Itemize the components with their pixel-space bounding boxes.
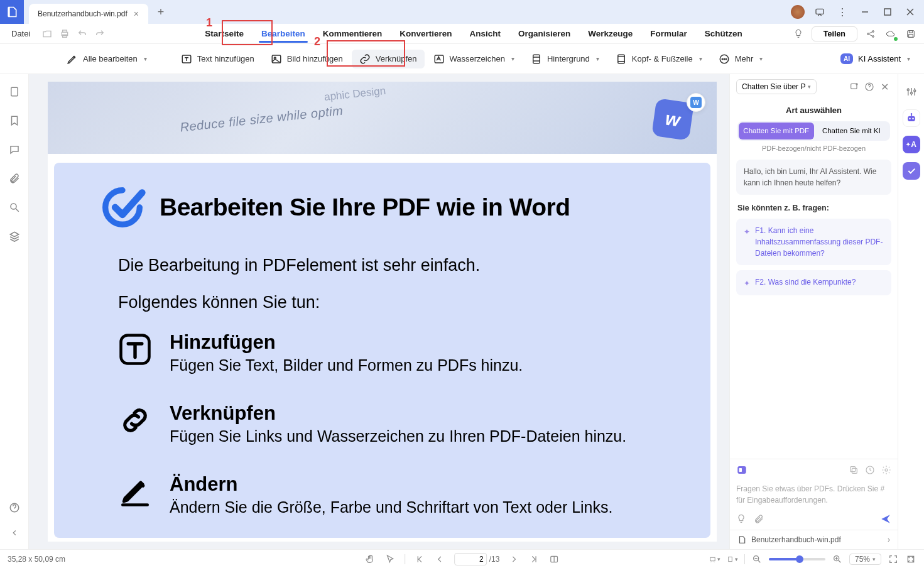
tab-werkzeuge[interactable]: Werkzeuge [579, 25, 641, 42]
proofread-icon[interactable] [903, 162, 920, 180]
zoom-slider[interactable] [769, 558, 825, 560]
background-button[interactable]: Hintergrund ▾ [523, 50, 607, 68]
more-icon [719, 53, 730, 65]
last-page-icon[interactable] [528, 554, 540, 565]
word-convert-badge[interactable]: W [687, 93, 705, 112]
send-icon[interactable] [880, 513, 891, 525]
tab-konvertieren[interactable]: Konvertieren [391, 25, 460, 42]
ai-subtitle: Art auswählen [730, 99, 898, 121]
svg-rect-1 [816, 9, 823, 14]
tool-label: Wasserzeichen [450, 54, 505, 63]
zoom-out-icon[interactable] [751, 554, 763, 565]
file-menu[interactable]: Datei [6, 29, 35, 38]
share-button[interactable]: Teilen [812, 26, 857, 41]
attach-icon[interactable] [754, 514, 764, 524]
add-text-button[interactable]: Text hinzufügen [173, 50, 262, 68]
properties-icon[interactable] [903, 83, 920, 101]
chevron-down-icon: ▾ [144, 55, 147, 62]
maximize-button[interactable] [878, 3, 898, 21]
menu-dots-icon[interactable]: ⋮ [832, 3, 852, 21]
reading-mode-icon[interactable] [548, 554, 560, 565]
tab-startseite[interactable]: Startseite [196, 25, 253, 42]
tab-organisieren[interactable]: Organisieren [509, 25, 579, 42]
svg-rect-16 [909, 34, 913, 37]
document-tab[interactable]: Benutzerhandbuch-win.pdf × [29, 4, 148, 24]
hand-tool-icon[interactable] [364, 554, 376, 565]
gear-icon[interactable] [881, 465, 891, 475]
edit-feature-icon [118, 473, 152, 510]
close-button[interactable] [900, 3, 920, 21]
header-footer-button[interactable]: Kopf- & Fußzeile ▾ [608, 50, 710, 68]
document-viewport[interactable]: Reduce file size while optim aphic Desig… [29, 74, 729, 549]
chevron-down-icon: ▾ [808, 84, 811, 90]
select-tool-icon[interactable] [384, 554, 396, 565]
ai-chat-selector[interactable]: Chatten Sie über P ▾ [736, 79, 817, 94]
thumbnails-icon[interactable] [7, 84, 22, 99]
history-icon[interactable] [865, 465, 875, 475]
add-tab-button[interactable]: + [152, 3, 170, 21]
toggle-chat-pdf[interactable]: Chatten Sie mit PDF [739, 123, 814, 139]
tab-bearbeiten[interactable]: Bearbeiten [253, 25, 314, 42]
prev-page-icon[interactable] [434, 554, 445, 565]
collapse-icon[interactable] [7, 525, 22, 540]
page-layout-icon[interactable]: ▾ [727, 554, 738, 565]
zoom-dropdown[interactable]: 75%▾ [849, 554, 881, 565]
svg-line-12 [869, 31, 872, 33]
fit-width-icon[interactable]: ▾ [709, 554, 720, 565]
next-page-icon[interactable] [508, 554, 519, 565]
tab-schuetzen[interactable]: Schützen [696, 25, 751, 42]
link-button[interactable]: Verknüpfen [352, 50, 425, 68]
fit-page-icon[interactable] [905, 554, 916, 565]
save-icon[interactable] [904, 27, 918, 41]
ai-footer[interactable]: Benutzerhandbuch-win.pdf › [730, 530, 898, 549]
edit-all-button[interactable]: Alle bearbeiten ▾ [59, 50, 155, 68]
comments-icon[interactable] [7, 142, 22, 157]
ai-robot-icon[interactable] [903, 109, 920, 127]
sparkle-icon: ✦ [744, 226, 750, 259]
svg-rect-57 [729, 557, 732, 561]
attachments-icon[interactable] [7, 171, 22, 186]
close-tab-icon[interactable]: × [134, 9, 139, 19]
ai-input[interactable]: Fragen Sie etwas über PDFs. Drücken Sie … [736, 479, 891, 513]
more-button[interactable]: Mehr ▾ [711, 50, 771, 68]
panel-help-icon[interactable] [862, 80, 876, 94]
tool-label: Bild hinzufügen [287, 54, 343, 63]
tab-ansicht[interactable]: Ansicht [460, 25, 509, 42]
hint-icon[interactable] [736, 514, 746, 524]
minimize-button[interactable] [855, 3, 875, 21]
user-avatar[interactable] [791, 5, 805, 19]
suggestion-1[interactable]: ✦ F1. Kann ich eine Inhaltszusammenfassu… [736, 219, 891, 265]
open-icon[interactable] [40, 27, 54, 41]
page-number-input[interactable] [454, 553, 487, 565]
pdf-pill-icon[interactable] [736, 464, 747, 476]
bookmarks-icon[interactable] [7, 113, 22, 128]
tab-formular[interactable]: Formular [641, 25, 696, 42]
print-icon[interactable] [58, 27, 72, 41]
first-page-icon[interactable] [414, 554, 425, 565]
cloud-sync-icon[interactable] [884, 27, 898, 41]
cursor-coordinates: 35,28 x 50,09 cm [8, 555, 65, 564]
add-image-button[interactable]: Bild hinzufügen [263, 50, 351, 68]
layers-icon[interactable] [7, 229, 22, 244]
search-icon[interactable] [7, 200, 22, 215]
watermark-button[interactable]: Wasserzeichen ▾ [426, 50, 522, 68]
svg-rect-21 [533, 55, 540, 63]
help-icon[interactable] [7, 500, 22, 515]
new-chat-icon[interactable] [847, 80, 861, 94]
copy-icon[interactable] [849, 465, 859, 475]
zoom-in-icon[interactable] [832, 554, 843, 565]
translate-icon[interactable]: ✦A [903, 136, 920, 153]
close-panel-icon[interactable]: ✕ [878, 80, 891, 94]
ai-assistant-button[interactable]: AI KI Assistent ▾ [834, 51, 916, 67]
chat-icon[interactable] [810, 3, 830, 21]
image-icon [271, 53, 282, 65]
lightbulb-icon[interactable] [791, 27, 805, 41]
suggestion-2[interactable]: ✦ F2. Was sind die Kernpunkte? [736, 270, 891, 295]
toggle-chat-ai[interactable]: Chatten Sie mit KI [814, 123, 889, 139]
redo-icon[interactable] [93, 27, 107, 41]
tab-kommentieren[interactable]: Kommentieren [314, 25, 391, 42]
share-nodes-icon[interactable] [864, 27, 878, 41]
undo-icon[interactable] [75, 27, 89, 41]
link-feature-icon [118, 402, 152, 439]
fullscreen-icon[interactable] [888, 554, 899, 565]
